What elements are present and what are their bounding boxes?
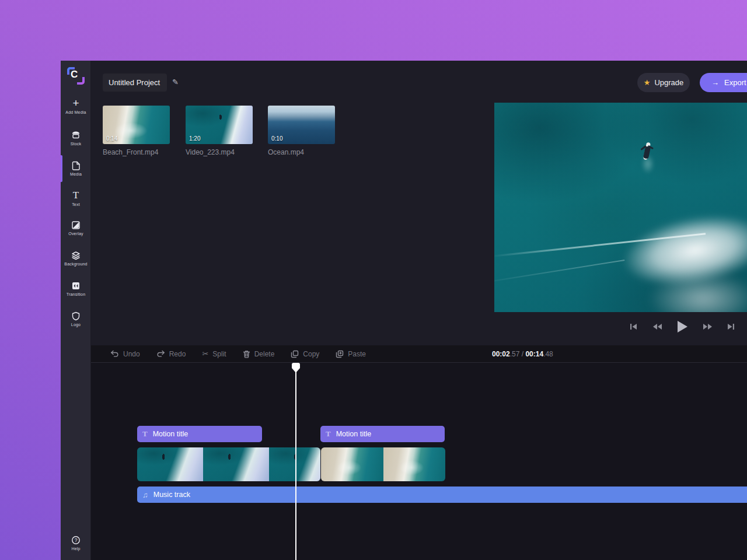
delete-button[interactable]: Delete [243,350,275,358]
sidebar-item-logo[interactable]: Logo [61,310,91,327]
plus-icon: + [61,98,91,108]
playhead-line[interactable] [295,368,296,560]
media-card-beach-front[interactable]: 0:14 Beach_Front.mp4 [103,106,170,156]
trash-icon [243,350,250,358]
layers-icon [61,250,91,260]
svg-text:?: ? [75,537,78,543]
undo-button[interactable]: Undo [110,350,140,358]
media-filename: Video_223.mp4 [186,148,253,156]
duration-badge: 1:20 [189,135,200,142]
media-filename: Beach_Front.mp4 [103,148,170,156]
timecode-display: 00:02.57 / 00:14.48 [492,345,553,363]
sidebar: C + Add Media Stock Media T Text [61,61,91,560]
wave-crest-secondary [494,260,624,282]
text-icon: T [326,429,331,439]
sidebar-item-overlay[interactable]: Overlay [61,219,91,236]
copy-button[interactable]: Copy [291,350,319,358]
playback-controls [628,317,736,336]
clip-frame-thumbnail [383,447,445,481]
timeline-video-clip-1[interactable] [137,447,320,481]
media-file-icon [61,160,91,170]
copy-icon [291,350,299,358]
undo-icon [110,350,119,358]
project-title: Untitled Project [109,78,160,87]
media-card-ocean[interactable]: 0:10 Ocean.mp4 [268,106,335,156]
clipchamp-logo[interactable]: C [64,64,88,88]
shield-icon [61,310,91,321]
project-title-input[interactable]: Untitled Project [103,74,167,92]
video-thumbnail: 1:20 [186,106,253,144]
timeline[interactable]: T Motion title T Motion title ♫ Music tr… [91,363,747,560]
paste-icon [336,350,344,358]
skip-to-end-button[interactable] [725,321,736,332]
paste-button[interactable]: Paste [336,350,366,358]
text-icon: T [61,190,91,201]
sidebar-item-add-media[interactable]: + Add Media [61,98,91,114]
redo-button[interactable]: Redo [156,350,186,358]
clip-frame-thumbnail [269,447,320,481]
upgrade-button[interactable]: ★ Upgrade [637,73,690,92]
redo-icon [156,350,165,358]
video-thumbnail: 0:10 [268,106,335,144]
logo-letter: C [71,69,78,80]
video-thumbnail: 0:14 [103,106,170,144]
rewind-button[interactable] [651,321,664,332]
arrow-right-icon: → [711,78,719,87]
sidebar-item-text[interactable]: T Text [61,190,91,206]
transition-icon [61,280,91,290]
clip-frame-thumbnail [203,447,269,481]
timeline-music-clip[interactable]: ♫ Music track [137,487,747,503]
rename-pencil-icon[interactable]: ✎ [172,78,179,86]
music-note-icon: ♫ [142,491,148,499]
fast-forward-button[interactable] [701,321,714,332]
sidebar-item-background[interactable]: Background [61,250,91,266]
sidebar-item-help[interactable]: ? Help [61,534,91,551]
stock-icon [61,130,91,140]
split-button[interactable]: ✂ Split [202,350,226,358]
sidebar-item-media[interactable]: Media [61,160,91,176]
text-icon: T [142,429,148,439]
media-filename: Ocean.mp4 [268,148,335,156]
desktop-background: C + Add Media Stock Media T Text [0,0,747,560]
duration-badge: 0:14 [106,135,117,142]
media-card-video-223[interactable]: 1:20 Video_223.mp4 [186,106,253,156]
skip-to-start-button[interactable] [628,321,640,332]
timeline-title-clip-1[interactable]: T Motion title [137,426,262,442]
timeline-title-clip-2[interactable]: T Motion title [320,426,445,442]
overlay-icon [61,219,91,230]
export-button[interactable]: → Export [700,73,747,92]
surfer-figure [640,141,654,169]
sidebar-item-stock[interactable]: Stock [61,130,91,146]
app-window: C + Add Media Stock Media T Text [61,61,747,560]
timeline-video-clip-2[interactable] [321,447,445,481]
sidebar-item-transition[interactable]: Transition [61,280,91,296]
video-preview [494,103,747,312]
duration-badge: 0:10 [271,135,282,142]
clip-frame-thumbnail [137,447,203,481]
playhead-handle[interactable] [292,363,300,373]
star-icon: ★ [644,78,651,87]
clip-frame-thumbnail [321,447,383,481]
play-button[interactable] [675,318,690,335]
help-icon: ? [61,534,91,545]
timeline-toolbar: Undo Redo ✂ Split Delete [91,345,747,363]
